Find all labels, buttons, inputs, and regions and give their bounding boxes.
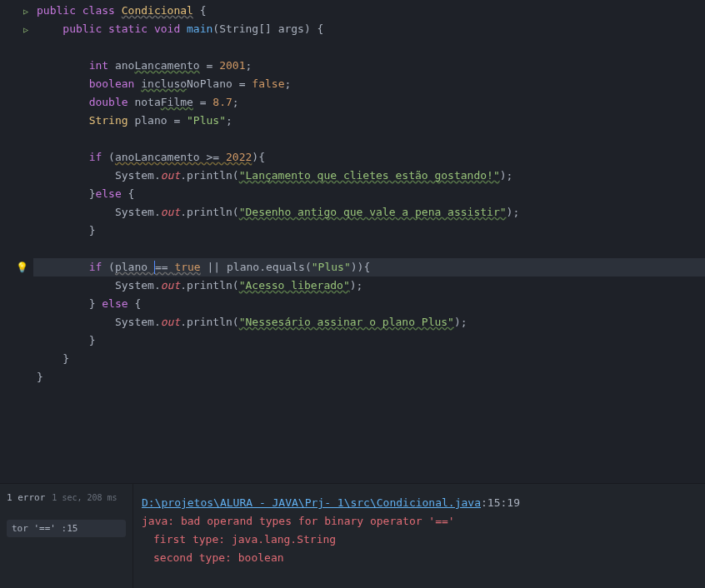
code-line[interactable]: } bbox=[33, 222, 705, 240]
error-file-link[interactable]: D:\projetos\ALURA - JAVA\Prj- 1\src\Cond… bbox=[142, 496, 481, 509]
text-cursor bbox=[154, 261, 155, 274]
gutter-line[interactable] bbox=[0, 368, 33, 386]
run-class-icon[interactable]: ▷ bbox=[23, 7, 28, 16]
build-status: 1 error 1 sec, 208 ms bbox=[7, 492, 126, 503]
build-panel: 1 error 1 sec, 208 ms tor '==' :15 D:\pr… bbox=[0, 483, 705, 588]
gutter-line[interactable]: ▷ bbox=[0, 20, 33, 38]
gutter-line[interactable] bbox=[0, 222, 33, 240]
code-line[interactable]: System.out.println("Lançamento que cliet… bbox=[33, 167, 705, 185]
editor-gutter: ▷ ▷ 💡 bbox=[0, 0, 33, 483]
code-line[interactable]: String plano = "Plus"; bbox=[33, 112, 705, 130]
lightbulb-icon[interactable]: 💡 bbox=[16, 262, 28, 273]
code-line[interactable]: System.out.println("Desenho antigo que v… bbox=[33, 203, 705, 222]
gutter-line[interactable] bbox=[0, 295, 33, 313]
build-status-text: 1 error bbox=[7, 492, 45, 503]
gutter-line[interactable] bbox=[0, 130, 33, 148]
error-output[interactable]: D:\projetos\ALURA - JAVA\Prj- 1\src\Cond… bbox=[133, 484, 705, 588]
code-line[interactable] bbox=[33, 38, 705, 57]
gutter-line[interactable] bbox=[0, 240, 33, 258]
error-detail: second type: boolean bbox=[142, 549, 697, 567]
code-line[interactable]: boolean inclusoNoPlano = false; bbox=[33, 75, 705, 93]
gutter-line[interactable] bbox=[0, 112, 33, 130]
error-detail: first type: java.lang.String bbox=[142, 531, 697, 549]
build-time: 1 sec, 208 ms bbox=[52, 493, 117, 502]
error-line[interactable]: D:\projetos\ALURA - JAVA\Prj- 1\src\Cond… bbox=[142, 494, 697, 512]
gutter-line[interactable] bbox=[0, 38, 33, 57]
code-line[interactable]: double notaFilme = 8.7; bbox=[33, 93, 705, 112]
run-method-icon[interactable]: ▷ bbox=[23, 25, 28, 34]
error-message: java: bad operand types for binary opera… bbox=[142, 512, 697, 531]
code-line[interactable]: int anoLancamento = 2001; bbox=[33, 57, 705, 75]
gutter-line[interactable]: ▷ bbox=[0, 2, 33, 20]
code-line[interactable]: } bbox=[33, 350, 705, 368]
gutter-line[interactable] bbox=[0, 331, 33, 350]
code-line[interactable]: public class Condicional { bbox=[33, 2, 705, 20]
gutter-line[interactable] bbox=[0, 93, 33, 112]
gutter-line[interactable] bbox=[0, 57, 33, 75]
build-sidebar: 1 error 1 sec, 208 ms tor '==' :15 bbox=[0, 484, 133, 588]
gutter-line[interactable] bbox=[0, 350, 33, 368]
gutter-line[interactable] bbox=[0, 277, 33, 295]
code-line[interactable]: } bbox=[33, 368, 705, 386]
gutter-line[interactable] bbox=[0, 185, 33, 203]
code-line[interactable]: System.out.println("Nessesário assinar o… bbox=[33, 313, 705, 331]
code-line[interactable]: if (anoLancamento >= 2022){ bbox=[33, 148, 705, 167]
code-line[interactable] bbox=[33, 240, 705, 258]
gutter-line[interactable] bbox=[0, 313, 33, 331]
code-area[interactable]: public class Condicional { public static… bbox=[33, 0, 705, 483]
code-line[interactable]: } else { bbox=[33, 295, 705, 313]
gutter-line[interactable] bbox=[0, 75, 33, 93]
error-location: :15:19 bbox=[481, 496, 520, 509]
code-line[interactable] bbox=[33, 130, 705, 148]
gutter-line[interactable] bbox=[0, 203, 33, 222]
code-line[interactable]: System.out.println("Acesso liberado"); bbox=[33, 277, 705, 295]
gutter-line[interactable] bbox=[0, 167, 33, 185]
code-line[interactable]: } bbox=[33, 331, 705, 350]
error-tree-item[interactable]: tor '==' :15 bbox=[7, 520, 126, 537]
code-line[interactable]: public static void main(String[] args) { bbox=[33, 20, 705, 38]
code-line-current[interactable]: if (plano == true || plano.equals("Plus"… bbox=[33, 258, 705, 277]
gutter-line[interactable]: 💡 bbox=[0, 258, 33, 277]
code-line[interactable]: }else { bbox=[33, 185, 705, 203]
editor-area: ▷ ▷ 💡 public class Condicional { public … bbox=[0, 0, 705, 483]
gutter-line[interactable] bbox=[0, 148, 33, 167]
